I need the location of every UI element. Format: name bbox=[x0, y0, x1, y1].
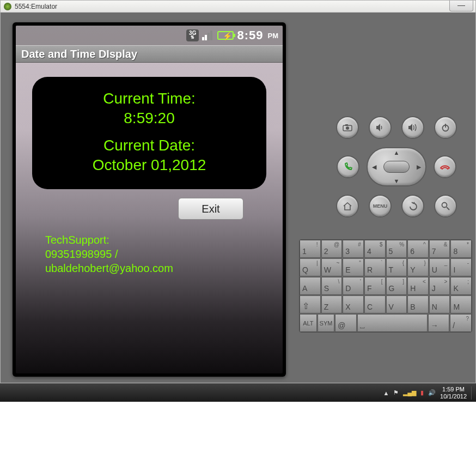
tray-arrow-icon[interactable]: ▲ bbox=[383, 390, 389, 396]
key-n[interactable]: N bbox=[429, 295, 450, 313]
svg-point-1 bbox=[346, 126, 349, 130]
windows-taskbar[interactable]: ▲ ⚑ ▂▄▆ ▮ 🔊 1:59 PM 10/1/2012 bbox=[0, 383, 476, 402]
key-alt[interactable]: ALT bbox=[300, 314, 317, 332]
key-3[interactable]: 3# bbox=[343, 240, 364, 258]
phone-screen: 3G⇅ ⚡ 8:59 PM Date and Time DIsplay bbox=[16, 26, 283, 373]
window-body: 3G⇅ ⚡ 8:59 PM Date and Time DIsplay bbox=[1, 13, 475, 383]
key-arrow[interactable]: → bbox=[428, 314, 450, 332]
key-v[interactable]: V bbox=[386, 295, 407, 313]
hardware-buttons: ▲ ▼ ◀ ▶ MENU bbox=[336, 116, 457, 218]
network-3g-icon: 3G⇅ bbox=[186, 29, 199, 41]
key-sym[interactable]: SYM bbox=[318, 314, 335, 332]
support-phone: 09351998995 / bbox=[45, 247, 266, 261]
app-title: Date and Time DIsplay bbox=[21, 48, 137, 61]
search-button[interactable] bbox=[434, 195, 457, 218]
key-6[interactable]: 6^ bbox=[407, 240, 429, 258]
dpad-down[interactable]: ▼ bbox=[394, 178, 400, 184]
key-f[interactable]: F[ bbox=[364, 277, 386, 295]
svg-line-6 bbox=[447, 207, 449, 210]
key-d[interactable]: D' bbox=[343, 277, 364, 295]
key-h[interactable]: H< bbox=[407, 277, 429, 295]
exit-button[interactable]: Exit bbox=[178, 198, 243, 220]
dpad-right[interactable]: ▶ bbox=[417, 164, 421, 171]
key-m[interactable]: M bbox=[450, 295, 472, 313]
tray-flag-icon[interactable]: ⚑ bbox=[393, 389, 399, 396]
key-5[interactable]: 5% bbox=[386, 240, 407, 258]
dpad-center[interactable] bbox=[383, 161, 410, 173]
page-whitespace bbox=[0, 402, 476, 453]
app-content: Current Time: 8:59:20 Current Date: Octo… bbox=[16, 63, 283, 373]
battery-charging-icon: ⚡ bbox=[217, 31, 234, 40]
key-b[interactable]: B bbox=[407, 295, 429, 313]
datetime-panel: Current Time: 8:59:20 Current Date: Octo… bbox=[32, 77, 266, 189]
tray-time: 1:59 PM bbox=[440, 386, 467, 393]
tray-network-icon[interactable]: ▂▄▆ bbox=[403, 389, 416, 396]
camera-button[interactable] bbox=[336, 116, 359, 139]
key-z[interactable]: Z bbox=[321, 295, 343, 313]
tech-support-info: TechSupport: 09351998995 / ubaldehobert@… bbox=[32, 220, 266, 275]
support-email: ubaldehobert@yahoo.com bbox=[45, 261, 266, 275]
key-7[interactable]: 7& bbox=[429, 240, 450, 258]
time-value: 8:59:20 bbox=[43, 108, 255, 128]
svg-point-5 bbox=[442, 203, 447, 208]
tray-clock[interactable]: 1:59 PM 10/1/2012 bbox=[440, 386, 467, 400]
statusbar-ampm: PM bbox=[268, 32, 279, 40]
system-tray[interactable]: ▲ ⚑ ▂▄▆ ▮ 🔊 1:59 PM 10/1/2012 bbox=[383, 386, 472, 400]
tray-volume-icon[interactable]: 🔊 bbox=[428, 389, 436, 396]
key-w[interactable]: W~ bbox=[321, 258, 343, 276]
key-space[interactable]: ⎵ bbox=[357, 314, 428, 332]
dpad-up[interactable]: ▲ bbox=[394, 149, 400, 156]
key-1[interactable]: 1! bbox=[300, 240, 321, 258]
end-call-button[interactable] bbox=[434, 155, 456, 178]
show-desktop-button[interactable] bbox=[471, 386, 472, 400]
date-label: Current Date: bbox=[43, 136, 255, 155]
key-2[interactable]: 2@ bbox=[321, 240, 343, 258]
phone-frame: 3G⇅ ⚡ 8:59 PM Date and Time DIsplay bbox=[13, 22, 286, 377]
hardware-keyboard: 1!2@3#4$5%6^7&8*Q|W~E"R`T{Y}U_I-AS\D'F[G… bbox=[299, 239, 472, 333]
time-label: Current Time: bbox=[43, 89, 255, 108]
key-e[interactable]: E" bbox=[343, 258, 364, 276]
key-i[interactable]: I- bbox=[450, 258, 472, 276]
power-button[interactable] bbox=[434, 116, 457, 139]
key-x[interactable]: X bbox=[343, 295, 364, 313]
key-y[interactable]: Y} bbox=[407, 258, 429, 276]
key-g[interactable]: G] bbox=[386, 277, 407, 295]
tray-date: 10/1/2012 bbox=[440, 393, 467, 400]
key-at[interactable]: @ bbox=[335, 314, 357, 332]
app-icon bbox=[4, 3, 11, 10]
svg-rect-2 bbox=[345, 124, 348, 126]
tray-battery-icon[interactable]: ▮ bbox=[420, 389, 424, 396]
key-u[interactable]: U_ bbox=[429, 258, 450, 276]
signal-icon bbox=[202, 31, 214, 40]
key-4[interactable]: 4$ bbox=[364, 240, 386, 258]
key-shift[interactable]: ⇧ bbox=[300, 295, 321, 313]
call-button[interactable] bbox=[337, 155, 359, 178]
controls-pane: ▲ ▼ ◀ ▶ MENU bbox=[299, 13, 475, 383]
support-label: TechSupport: bbox=[45, 233, 266, 247]
key-slash[interactable]: /? bbox=[450, 314, 472, 332]
key-j[interactable]: J> bbox=[429, 277, 450, 295]
home-button[interactable] bbox=[336, 195, 359, 218]
window-title: 5554:Emulator bbox=[15, 3, 57, 10]
window-titlebar[interactable]: 5554:Emulator — bbox=[1, 1, 475, 13]
key-q[interactable]: Q| bbox=[300, 258, 321, 276]
dpad[interactable]: ▲ ▼ ◀ ▶ bbox=[364, 147, 429, 187]
emulator-window: 5554:Emulator — 3G⇅ ⚡ bbox=[0, 0, 476, 383]
key-8[interactable]: 8* bbox=[450, 240, 472, 258]
key-a[interactable]: A bbox=[300, 277, 321, 295]
key-k[interactable]: K; bbox=[450, 277, 472, 295]
key-r[interactable]: R` bbox=[364, 258, 386, 276]
date-value: October 01,2012 bbox=[43, 155, 255, 175]
dpad-left[interactable]: ◀ bbox=[372, 164, 376, 171]
app-titlebar: Date and Time DIsplay bbox=[16, 45, 283, 63]
device-pane: 3G⇅ ⚡ 8:59 PM Date and Time DIsplay bbox=[1, 13, 299, 383]
key-t[interactable]: T{ bbox=[386, 258, 407, 276]
android-statusbar: 3G⇅ ⚡ 8:59 PM bbox=[16, 26, 283, 45]
volume-down-button[interactable] bbox=[369, 116, 392, 139]
volume-up-button[interactable] bbox=[401, 116, 424, 139]
menu-button[interactable]: MENU bbox=[369, 195, 392, 218]
back-button[interactable] bbox=[401, 195, 424, 218]
key-s[interactable]: S\ bbox=[321, 277, 343, 295]
key-c[interactable]: C bbox=[364, 295, 386, 313]
window-minimize-button[interactable]: — bbox=[449, 1, 473, 11]
